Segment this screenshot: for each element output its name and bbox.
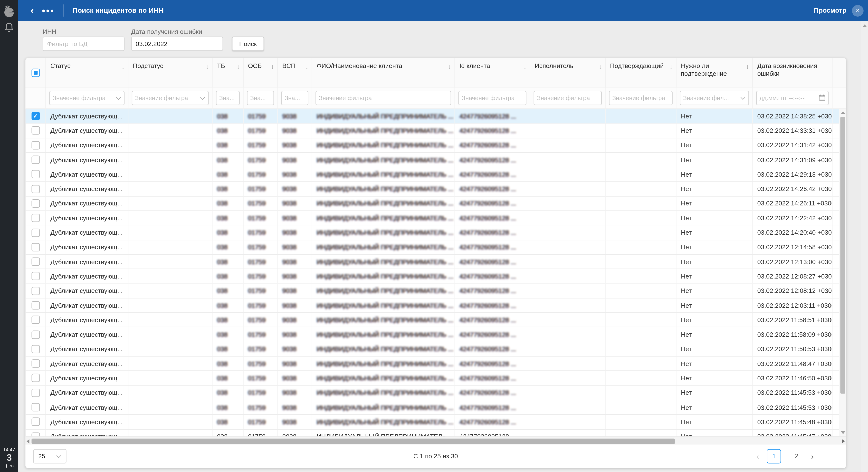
overflow-menu-icon[interactable]: ●●● — [42, 7, 54, 14]
row-checkbox[interactable] — [31, 156, 39, 164]
row-checkbox[interactable] — [31, 345, 39, 353]
view-mode-label[interactable]: Просмотр — [814, 7, 846, 14]
row-checkbox[interactable] — [31, 170, 39, 178]
row-checkbox[interactable] — [31, 359, 39, 368]
scroll-down-icon[interactable] — [840, 431, 845, 434]
scroll-up-icon[interactable] — [840, 111, 845, 114]
row-checkbox[interactable] — [31, 316, 39, 324]
filter-cell-executor: Значение фильтра — [530, 87, 606, 109]
filter-input-client[interactable]: Значение фильтра — [315, 91, 451, 105]
row-checkbox[interactable] — [31, 389, 39, 397]
sort-arrow-icon[interactable]: ↓ — [206, 63, 209, 71]
row-checkbox[interactable] — [31, 272, 39, 281]
table-row[interactable]: Дубликат существующ...038017599038ИНДИВИ… — [26, 255, 839, 269]
page-scroll-up-icon[interactable] — [862, 24, 867, 27]
page-scrollbar[interactable] — [861, 21, 868, 472]
cell-substatus — [128, 356, 212, 371]
vertical-scrollbar-thumb[interactable] — [840, 117, 845, 393]
table-row[interactable]: Дубликат существующ...038017599038ИНДИВИ… — [26, 284, 839, 298]
table-row[interactable]: Дубликат существующ...038017599038ИНДИВИ… — [26, 401, 839, 415]
table-row[interactable]: Дубликат существующ...038017599038ИНДИВИ… — [26, 371, 839, 386]
filter-input-osb[interactable]: Зна... — [247, 91, 274, 105]
prev-page-icon[interactable]: ‹ — [756, 452, 759, 461]
inn-input[interactable] — [43, 36, 124, 51]
error-date-input[interactable] — [136, 40, 221, 47]
cell-text: 03.02.2022 12:03:11 +0300 — [757, 302, 833, 309]
inn-label: ИНН — [43, 28, 57, 35]
row-checkbox[interactable] — [31, 330, 39, 339]
select-all-checkbox[interactable] — [31, 68, 39, 77]
row-checkbox[interactable] — [31, 141, 39, 149]
scroll-right-icon[interactable] — [842, 439, 845, 443]
table-row[interactable]: Дубликат существующ...038017599038ИНДИВИ… — [26, 168, 839, 182]
row-checkbox[interactable] — [31, 287, 39, 295]
table-row[interactable]: Дубликат существующ...038017599038ИНДИВИ… — [26, 240, 839, 255]
table-row[interactable]: Дубликат существующ...038017599038ИНДИВИ… — [26, 327, 839, 342]
filter-select-status[interactable]: Значение фильтра — [49, 91, 124, 105]
notifications-bell-icon[interactable] — [0, 22, 18, 33]
sort-arrow-icon[interactable]: ↓ — [448, 63, 451, 71]
table-row[interactable]: Дубликат существующ...038017599038ИНДИВИ… — [26, 342, 839, 357]
row-checkbox[interactable] — [31, 126, 39, 135]
table-row[interactable]: Дубликат существующ...038017599038ИНДИВИ… — [26, 298, 839, 313]
row-checkbox[interactable] — [31, 403, 39, 411]
row-checkbox[interactable] — [31, 258, 39, 266]
sort-arrow-icon[interactable]: ↓ — [271, 63, 274, 71]
cell-text: ИНДИВИДУАЛЬНЫЙ ПРЕДПРИНИМАТЕЛЬ ... — [317, 433, 453, 436]
table-row[interactable]: Дубликат существующ...038017599038ИНДИВИ… — [26, 153, 839, 168]
calendar-icon[interactable] — [819, 94, 825, 102]
cell-client_id: 42477926095128 ... — [455, 313, 530, 327]
table-row[interactable]: Дубликат существующ...038017599038ИНДИВИ… — [26, 123, 839, 138]
table-row[interactable]: Дубликат существующ...038017599038ИНДИВИ… — [26, 269, 839, 284]
sort-arrow-icon[interactable]: ↓ — [523, 63, 526, 71]
table-row[interactable]: Дубликат существующ...038017599038ИНДИВИ… — [26, 386, 839, 401]
vertical-scrollbar[interactable] — [839, 109, 846, 436]
table-row[interactable]: Дубликат существующ...038017599038ИНДИВИ… — [26, 182, 839, 197]
close-icon[interactable]: × — [852, 5, 864, 16]
next-page-icon[interactable]: › — [811, 452, 814, 461]
page-button-1[interactable]: 1 — [767, 449, 781, 464]
table-row[interactable]: Дубликат существующ...038017599038ИНДИВИ… — [26, 197, 839, 211]
page-button-2[interactable]: 2 — [789, 449, 803, 464]
horizontal-scrollbar[interactable] — [26, 436, 846, 445]
cell-substatus — [128, 226, 212, 239]
search-button[interactable]: Поиск — [232, 36, 264, 51]
scroll-left-icon[interactable] — [27, 439, 29, 443]
table-row[interactable]: Дубликат существующ...038017599038ИНДИВИ… — [26, 226, 839, 240]
sort-arrow-icon[interactable]: ↓ — [122, 63, 124, 71]
table-row[interactable]: Дубликат существующ...038017599038ИНДИВИ… — [26, 356, 839, 371]
cell-text: ИНДИВИДУАЛЬНЫЙ ПРЕДПРИНИМАТЕЛЬ ... — [317, 375, 453, 381]
table-row[interactable]: Дубликат существующ...038017599038ИНДИВИ… — [26, 415, 839, 430]
row-checkbox[interactable]: ✓ — [31, 112, 39, 120]
table-row[interactable]: Дубликат существующ...038017599038ИНДИВИ… — [26, 313, 839, 327]
sort-arrow-icon[interactable]: ↓ — [746, 63, 749, 71]
table-row[interactable]: Дубликат существующ...038017599038ИНДИВИ… — [26, 138, 839, 153]
filter-input-error_date[interactable]: дд.мм.гггг --:--:-- — [756, 91, 829, 105]
row-checkbox[interactable] — [31, 418, 39, 426]
row-checkbox[interactable] — [31, 374, 39, 382]
row-checkbox[interactable] — [31, 432, 39, 436]
sort-arrow-icon[interactable]: ↓ — [305, 63, 308, 71]
horizontal-scrollbar-thumb[interactable] — [32, 438, 675, 444]
row-checkbox[interactable] — [31, 228, 39, 237]
back-chevron-icon[interactable]: ‹ — [30, 0, 34, 21]
row-checkbox[interactable] — [31, 185, 39, 193]
row-checkbox[interactable] — [31, 199, 39, 208]
filter-input-tb[interactable]: Зна... — [216, 91, 240, 105]
sort-arrow-icon[interactable]: ↓ — [670, 63, 672, 71]
row-checkbox[interactable] — [31, 214, 39, 222]
filter-input-client_id[interactable]: Значение фильтра — [458, 91, 526, 105]
sort-arrow-icon[interactable]: ↓ — [598, 63, 601, 71]
filter-input-confirmer[interactable]: Значение фильтра — [609, 91, 673, 105]
filter-select-substatus[interactable]: Значение фильтра — [132, 91, 209, 105]
table-row[interactable]: Дубликат существующ...038017599038ИНДИВИ… — [26, 211, 839, 226]
filter-input-vsp[interactable]: Зна... — [281, 91, 308, 105]
row-checkbox[interactable] — [31, 243, 39, 251]
row-checkbox[interactable] — [31, 301, 39, 309]
sort-arrow-icon[interactable]: ↓ — [237, 63, 240, 71]
table-row[interactable]: Дубликат существующ...038017599038ИНДИВИ… — [26, 430, 839, 436]
cell-client_id: 42477926095128 ... — [455, 123, 530, 138]
filter-input-executor[interactable]: Значение фильтра — [533, 91, 601, 105]
filter-select-need_confirm[interactable]: Значение фил... — [680, 91, 749, 105]
table-row[interactable]: ✓Дубликат существующ...038017599038ИНДИВ… — [26, 109, 839, 124]
